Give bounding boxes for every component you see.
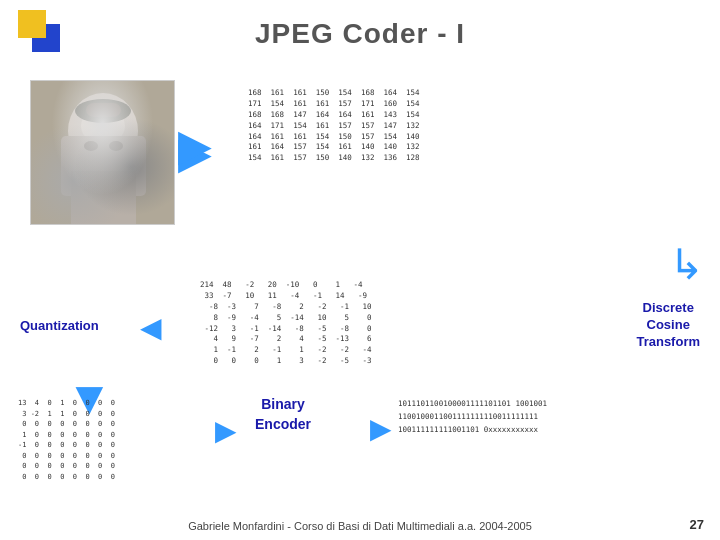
footer-text: Gabriele Monfardini - Corso di Basi di D… bbox=[0, 520, 720, 532]
arrow-binary-to-output: ▶ bbox=[370, 412, 392, 445]
arrow-dct-to-quant: ◀ bbox=[140, 310, 162, 344]
svg-rect-3 bbox=[61, 136, 146, 196]
svg-point-4 bbox=[75, 99, 131, 123]
binary-output: 1011101100100001111101101 1001001 110010… bbox=[398, 398, 547, 436]
pixel-matrix: 168 161 161 150 154 168 164 154 171 154 … bbox=[248, 88, 420, 164]
svg-rect-5 bbox=[86, 103, 121, 117]
svg-rect-8 bbox=[71, 171, 136, 225]
svg-rect-0 bbox=[31, 81, 175, 225]
svg-point-7 bbox=[109, 141, 123, 151]
dct-label: Discrete Cosine Transform bbox=[636, 300, 700, 351]
arrow-matrix-to-dct: ↳ bbox=[669, 240, 704, 289]
binary-encoder-label: Binary Encoder bbox=[255, 395, 311, 434]
quant-matrix: 214 48 -2 20 -10 0 1 -4 33 -7 10 11 -4 -… bbox=[200, 280, 372, 367]
svg-point-6 bbox=[84, 141, 98, 151]
rle-matrix: 13 4 0 1 0 0 0 0 3 -2 1 1 0 0 0 0 0 0 0 … bbox=[18, 398, 115, 482]
arrow-image-to-matrix: ▶ bbox=[178, 127, 238, 167]
arrow-to-binary: ▶ bbox=[215, 414, 237, 447]
page-title: JPEG Coder - I bbox=[0, 18, 720, 50]
svg-point-2 bbox=[81, 108, 125, 144]
page-number: 27 bbox=[690, 517, 704, 532]
yellow-square bbox=[18, 10, 46, 38]
svg-point-1 bbox=[68, 93, 138, 169]
quantization-label: Quantization bbox=[20, 318, 99, 333]
lena-image bbox=[30, 80, 175, 225]
